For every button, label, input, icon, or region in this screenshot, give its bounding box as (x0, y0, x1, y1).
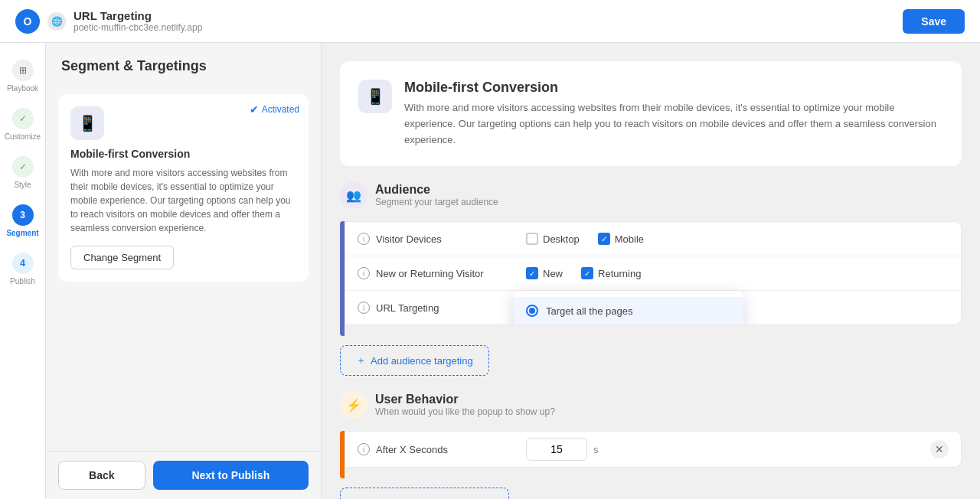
info-icon: i (358, 233, 370, 245)
url-targeting-label-cell: i URL Targeting (345, 291, 514, 325)
clear-button[interactable]: ✕ (930, 440, 949, 458)
main-layout: ⊞ Playbook ✓ Customize ✓ Style 3 Segment… (0, 43, 980, 499)
behavior-section-icon: ⚡ (340, 391, 368, 419)
plus-icon: ＋ (356, 496, 366, 499)
page-subtitle: poetic-muffin-cbc3ee.netlify.app (74, 22, 202, 33)
audience-subtitle: Segment your target audience (375, 197, 498, 207)
targeting-table: i Visitor Devices Desktop ✓ Mobile (345, 221, 962, 325)
audience-section-header: 👥 Audience Segment your target audience (340, 181, 962, 209)
add-behavior-targeting-button[interactable]: ＋ Add user behavior targeting (340, 488, 509, 499)
topbar-left: O 🌐 URL Targeting poetic-muffin-cbc3ee.n… (15, 9, 202, 34)
audience-section: 👥 Audience Segment your target audience … (340, 181, 962, 376)
add-audience-wrap: ＋ Add audience targeting (340, 345, 962, 376)
behavior-title: User Behavior (375, 393, 555, 406)
url-targeting-dropdown[interactable]: Target all the pages Target specific pag… (514, 291, 743, 325)
panel-footer: Back Next to Publish (46, 451, 321, 499)
topbar-title-block: URL Targeting poetic-muffin-cbc3ee.netli… (74, 9, 202, 33)
segment-icon: 📱 (70, 106, 104, 140)
table-row: i New or Returning Visitor ✓ New ✓ Retur… (345, 256, 961, 291)
desktop-option[interactable]: Desktop (526, 233, 580, 245)
table-row: i Visitor Devices Desktop ✓ Mobile (345, 222, 961, 256)
new-returning-label: New or Returning Visitor (376, 268, 484, 279)
hero-text: Mobile-first Conversion With more and mo… (404, 80, 943, 148)
audience-section-title-block: Audience Segment your target audience (375, 183, 498, 207)
sidebar-item-style[interactable]: ✓ Style (0, 152, 45, 194)
new-option[interactable]: ✓ New (526, 267, 563, 279)
panel-title: Segment & Targetings (61, 58, 305, 74)
visitor-devices-label-cell: i Visitor Devices (345, 222, 514, 256)
sidebar-item-publish[interactable]: 4 Publish (0, 248, 45, 290)
sidebar-item-segment[interactable]: 3 Segment (0, 200, 45, 242)
panel-header: Segment & Targetings (46, 43, 321, 82)
sidebar-item-label: Publish (10, 277, 35, 285)
hero-card: 📱 Mobile-first Conversion With more and … (340, 61, 962, 166)
audience-table-wrap: i Visitor Devices Desktop ✓ Mobile (340, 221, 962, 336)
behavior-table-wrap: i After X Seconds s ✕ (340, 431, 962, 478)
new-label: New (543, 268, 563, 279)
activated-badge: ✔ Activated (250, 103, 299, 116)
target-specific-pages-option[interactable]: Target specific pages (514, 325, 743, 325)
check-circle-icon: ✔ (250, 103, 259, 116)
table-row: i URL Targeting Target all the pages (345, 291, 961, 325)
behavior-title-block: User Behavior When would you like the po… (375, 393, 555, 417)
target-all-pages-option[interactable]: Target all the pages (514, 297, 743, 325)
page-title: URL Targeting (74, 9, 202, 22)
mobile-label: Mobile (615, 233, 644, 245)
next-to-publish-button[interactable]: Next to Publish (153, 461, 309, 490)
steps-sidebar: ⊞ Playbook ✓ Customize ✓ Style 3 Segment… (0, 43, 46, 499)
check-icon-customize: ✓ (12, 108, 34, 129)
save-button[interactable]: Save (903, 9, 965, 34)
add-behavior-wrap: ＋ Add user behavior targeting (340, 488, 962, 499)
desktop-label: Desktop (543, 233, 580, 245)
behavior-subtitle: When would you like the popup to show up… (375, 406, 555, 417)
add-audience-targeting-button[interactable]: ＋ Add audience targeting (340, 345, 489, 376)
all-pages-radio[interactable] (526, 305, 538, 317)
behavior-section: ⚡ User Behavior When would you like the … (340, 391, 962, 499)
new-returning-label-cell: i New or Returning Visitor (345, 256, 514, 290)
sidebar-item-label: Segment (6, 229, 38, 237)
returning-checkbox[interactable]: ✓ (581, 267, 593, 279)
visitor-devices-options: Desktop ✓ Mobile (514, 222, 961, 256)
sidebar-item-label: Playbook (7, 84, 38, 93)
sidebar-item-customize[interactable]: ✓ Customize (0, 103, 45, 145)
step-number-publish: 4 (12, 253, 34, 274)
after-seconds-input-cell: s ✕ (514, 432, 961, 467)
behavior-table: i After X Seconds s ✕ (345, 431, 962, 468)
audience-section-icon: 👥 (340, 181, 368, 209)
sidebar-item-label: Style (14, 181, 31, 189)
url-targeting-label: URL Targeting (376, 302, 439, 314)
change-segment-button[interactable]: Change Segment (70, 246, 174, 269)
check-icon-style: ✓ (12, 156, 34, 178)
new-returning-options: ✓ New ✓ Returning (514, 256, 961, 290)
sidebar-item-playbook[interactable]: ⊞ Playbook (0, 55, 45, 97)
returning-label: Returning (598, 268, 641, 279)
mobile-option[interactable]: ✓ Mobile (598, 233, 644, 245)
back-button[interactable]: Back (58, 461, 145, 490)
app-logo: O (15, 9, 40, 34)
mobile-checkbox[interactable]: ✓ (598, 233, 610, 245)
desktop-checkbox[interactable] (526, 233, 538, 245)
plus-icon: ＋ (356, 354, 366, 367)
segment-card: ✔ Activated 📱 Mobile-first Conversion Wi… (58, 94, 309, 282)
segment-desc: With more and more visitors accessing we… (70, 166, 296, 235)
after-seconds-label-cell: i After X Seconds (345, 432, 514, 466)
all-pages-label: Target all the pages (546, 305, 632, 317)
returning-option[interactable]: ✓ Returning (581, 267, 641, 279)
new-checkbox[interactable]: ✓ (526, 267, 538, 279)
panel-content: ✔ Activated 📱 Mobile-first Conversion Wi… (46, 82, 321, 451)
url-targeting-options: Target all the pages Target specific pag… (514, 297, 961, 318)
after-seconds-label: After X Seconds (376, 444, 448, 455)
info-icon: i (358, 443, 370, 455)
sidebar-item-label: Customize (5, 132, 41, 141)
hero-icon: 📱 (358, 80, 392, 113)
after-seconds-input[interactable] (526, 438, 587, 461)
segment-name: Mobile-first Conversion (70, 148, 296, 160)
visitor-devices-label: Visitor Devices (376, 233, 442, 245)
info-icon: i (358, 302, 370, 314)
grid-icon: ⊞ (12, 60, 34, 81)
audience-title: Audience (375, 183, 498, 197)
behavior-section-header: ⚡ User Behavior When would you like the … (340, 391, 962, 419)
step-number-segment: 3 (12, 204, 34, 226)
table-row: i After X Seconds s ✕ (345, 432, 961, 467)
main-content: 📱 Mobile-first Conversion With more and … (322, 43, 980, 499)
